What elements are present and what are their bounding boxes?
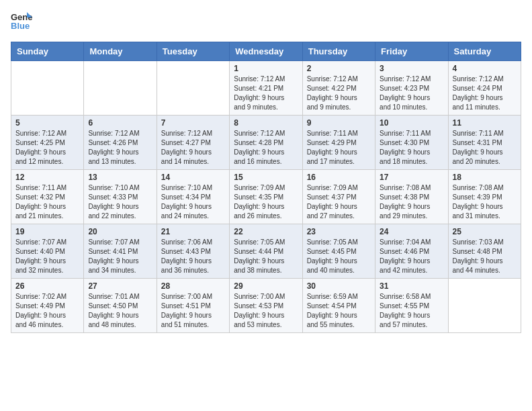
day-number: 4 [453,64,517,73]
day-number: 20 [88,227,152,236]
day-cell: 18Sunrise: 7:08 AM Sunset: 4:39 PM Dayli… [448,170,521,224]
day-info: Sunrise: 7:11 AM Sunset: 4:30 PM Dayligh… [380,129,443,167]
day-cell: 12Sunrise: 7:11 AM Sunset: 4:32 PM Dayli… [11,170,84,224]
weekday-header-wednesday: Wednesday [230,42,302,61]
day-info: Sunrise: 6:58 AM Sunset: 4:55 PM Dayligh… [380,292,443,330]
day-cell: 6Sunrise: 7:12 AM Sunset: 4:26 PM Daylig… [84,116,157,170]
day-number: 5 [15,118,79,128]
logo-icon: General Blue [11,11,32,34]
day-cell [157,61,229,116]
day-cell: 1Sunrise: 7:12 AM Sunset: 4:21 PM Daylig… [230,61,302,116]
day-cell: 2Sunrise: 7:12 AM Sunset: 4:22 PM Daylig… [302,61,375,116]
weekday-header-friday: Friday [375,42,448,61]
day-number: 18 [453,173,517,182]
day-number: 30 [307,281,371,291]
day-cell: 10Sunrise: 7:11 AM Sunset: 4:30 PM Dayli… [375,116,448,170]
day-info: Sunrise: 7:12 AM Sunset: 4:27 PM Dayligh… [161,129,225,167]
day-info: Sunrise: 7:12 AM Sunset: 4:26 PM Dayligh… [88,129,152,167]
day-info: Sunrise: 7:11 AM Sunset: 4:29 PM Dayligh… [307,129,371,167]
day-cell: 13Sunrise: 7:10 AM Sunset: 4:33 PM Dayli… [84,170,157,224]
weekday-header-thursday: Thursday [302,42,375,61]
day-number: 10 [380,118,443,128]
day-cell: 30Sunrise: 6:59 AM Sunset: 4:54 PM Dayli… [302,279,375,333]
day-cell: 4Sunrise: 7:12 AM Sunset: 4:24 PM Daylig… [448,61,521,116]
day-cell: 16Sunrise: 7:09 AM Sunset: 4:37 PM Dayli… [302,170,375,224]
day-cell: 29Sunrise: 7:00 AM Sunset: 4:53 PM Dayli… [230,279,302,333]
day-info: Sunrise: 7:11 AM Sunset: 4:31 PM Dayligh… [453,129,517,167]
day-cell: 3Sunrise: 7:12 AM Sunset: 4:23 PM Daylig… [375,61,448,116]
day-number: 11 [453,118,517,128]
day-cell: 28Sunrise: 7:00 AM Sunset: 4:51 PM Dayli… [157,279,229,333]
day-info: Sunrise: 7:12 AM Sunset: 4:24 PM Dayligh… [453,75,517,112]
day-info: Sunrise: 7:02 AM Sunset: 4:49 PM Dayligh… [15,292,79,330]
day-number: 12 [15,173,79,182]
day-info: Sunrise: 7:11 AM Sunset: 4:32 PM Dayligh… [15,183,79,221]
day-info: Sunrise: 7:07 AM Sunset: 4:40 PM Dayligh… [15,238,79,275]
day-cell: 5Sunrise: 7:12 AM Sunset: 4:25 PM Daylig… [11,116,84,170]
day-cell [84,61,157,116]
day-cell: 25Sunrise: 7:03 AM Sunset: 4:48 PM Dayli… [448,224,521,279]
day-cell: 19Sunrise: 7:07 AM Sunset: 4:40 PM Dayli… [11,224,84,279]
day-cell: 14Sunrise: 7:10 AM Sunset: 4:34 PM Dayli… [157,170,229,224]
week-row-5: 26Sunrise: 7:02 AM Sunset: 4:49 PM Dayli… [11,279,521,333]
day-info: Sunrise: 7:00 AM Sunset: 4:53 PM Dayligh… [234,292,298,330]
week-row-2: 5Sunrise: 7:12 AM Sunset: 4:25 PM Daylig… [11,116,521,170]
day-cell [448,279,521,333]
day-cell [11,61,84,116]
day-number: 21 [161,227,225,236]
day-info: Sunrise: 7:07 AM Sunset: 4:41 PM Dayligh… [88,238,152,275]
week-row-1: 1Sunrise: 7:12 AM Sunset: 4:21 PM Daylig… [11,61,521,116]
day-cell: 31Sunrise: 6:58 AM Sunset: 4:55 PM Dayli… [375,279,448,333]
day-number: 24 [380,227,443,236]
day-info: Sunrise: 7:01 AM Sunset: 4:50 PM Dayligh… [88,292,152,330]
day-info: Sunrise: 7:03 AM Sunset: 4:48 PM Dayligh… [453,238,517,275]
day-number: 13 [88,173,152,182]
weekday-header-tuesday: Tuesday [157,42,229,61]
weekday-header-sunday: Sunday [11,42,84,61]
day-cell: 20Sunrise: 7:07 AM Sunset: 4:41 PM Dayli… [84,224,157,279]
day-cell: 24Sunrise: 7:04 AM Sunset: 4:46 PM Dayli… [375,224,448,279]
day-info: Sunrise: 7:05 AM Sunset: 4:45 PM Dayligh… [307,238,371,275]
day-number: 2 [307,64,371,73]
day-number: 23 [307,227,371,236]
day-number: 28 [161,281,225,291]
day-number: 3 [380,64,443,73]
day-number: 8 [234,118,298,128]
day-cell: 27Sunrise: 7:01 AM Sunset: 4:50 PM Dayli… [84,279,157,333]
day-number: 17 [380,173,443,182]
day-number: 15 [234,173,298,182]
day-number: 9 [307,118,371,128]
day-number: 1 [234,64,298,73]
day-info: Sunrise: 7:12 AM Sunset: 4:28 PM Dayligh… [234,129,298,167]
day-number: 14 [161,173,225,182]
day-cell: 21Sunrise: 7:06 AM Sunset: 4:43 PM Dayli… [157,224,229,279]
day-number: 22 [234,227,298,236]
day-number: 16 [307,173,371,182]
day-cell: 7Sunrise: 7:12 AM Sunset: 4:27 PM Daylig… [157,116,229,170]
weekday-header-row: SundayMondayTuesdayWednesdayThursdayFrid… [11,42,521,61]
day-info: Sunrise: 7:04 AM Sunset: 4:46 PM Dayligh… [380,238,443,275]
weekday-header-monday: Monday [84,42,157,61]
day-cell: 15Sunrise: 7:09 AM Sunset: 4:35 PM Dayli… [230,170,302,224]
day-number: 27 [88,281,152,291]
day-cell: 17Sunrise: 7:08 AM Sunset: 4:38 PM Dayli… [375,170,448,224]
day-cell: 9Sunrise: 7:11 AM Sunset: 4:29 PM Daylig… [302,116,375,170]
day-number: 25 [453,227,517,236]
day-number: 19 [15,227,79,236]
day-info: Sunrise: 7:09 AM Sunset: 4:35 PM Dayligh… [234,183,298,221]
day-number: 7 [161,118,225,128]
day-info: Sunrise: 7:12 AM Sunset: 4:21 PM Dayligh… [234,75,298,112]
day-info: Sunrise: 7:12 AM Sunset: 4:25 PM Dayligh… [15,129,79,167]
day-number: 29 [234,281,298,291]
day-cell: 23Sunrise: 7:05 AM Sunset: 4:45 PM Dayli… [302,224,375,279]
day-number: 26 [15,281,79,291]
day-info: Sunrise: 7:12 AM Sunset: 4:22 PM Dayligh… [307,75,371,112]
day-info: Sunrise: 7:00 AM Sunset: 4:51 PM Dayligh… [161,292,225,330]
day-info: Sunrise: 7:08 AM Sunset: 4:38 PM Dayligh… [380,183,443,221]
day-cell: 22Sunrise: 7:05 AM Sunset: 4:44 PM Dayli… [230,224,302,279]
day-info: Sunrise: 6:59 AM Sunset: 4:54 PM Dayligh… [307,292,371,330]
day-info: Sunrise: 7:12 AM Sunset: 4:23 PM Dayligh… [380,75,443,112]
svg-text:Blue: Blue [11,21,30,31]
day-cell: 11Sunrise: 7:11 AM Sunset: 4:31 PM Dayli… [448,116,521,170]
day-info: Sunrise: 7:08 AM Sunset: 4:39 PM Dayligh… [453,183,517,221]
